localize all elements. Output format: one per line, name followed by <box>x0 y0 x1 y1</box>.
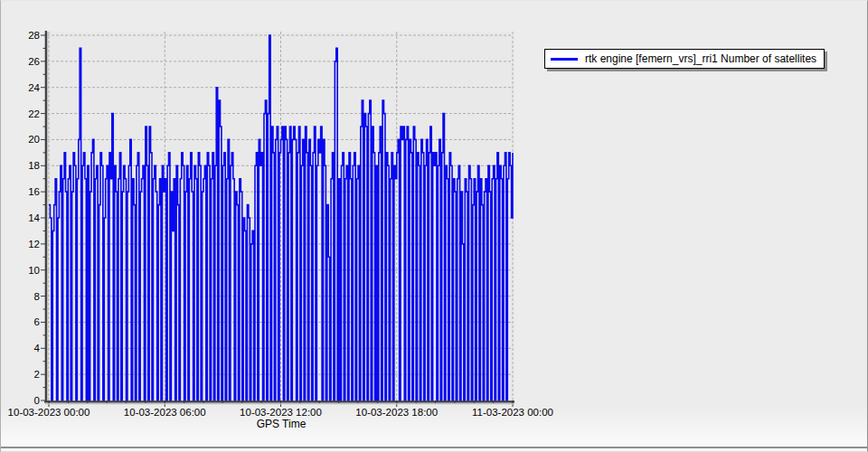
y-tick-label: 8 <box>34 291 40 302</box>
legend-series-label: rtk engine [femern_vrs]_rri1 Number of s… <box>585 52 816 65</box>
x-tick-label: 10-03-2023 12:00 <box>240 407 322 418</box>
y-tick-label: 22 <box>28 108 40 119</box>
x-tick-label: 10-03-2023 06:00 <box>124 407 206 418</box>
y-tick-label: 18 <box>28 160 40 171</box>
x-axis-title: GPS Time <box>164 418 399 430</box>
legend-line-sample-icon <box>551 58 578 61</box>
y-tick-label: 20 <box>28 134 40 145</box>
y-tick-label: 4 <box>34 343 41 353</box>
x-tick-label: 10-03-2023 18:00 <box>355 407 438 418</box>
y-tick-label: 0 <box>34 395 40 406</box>
x-tick-label: 10-03-2023 00:00 <box>8 407 90 418</box>
y-tick-label: 2 <box>34 369 40 380</box>
y-tick-label: 16 <box>28 186 40 197</box>
y-tick-label: 10 <box>28 265 40 276</box>
y-tick-label: 14 <box>28 212 40 223</box>
y-tick-label: 26 <box>28 56 40 67</box>
status-bar <box>1 448 867 452</box>
y-tick-label: 6 <box>34 316 40 327</box>
y-tick-label: 28 <box>28 30 40 41</box>
x-tick-label: 11-03-2023 00:00 <box>472 407 553 418</box>
chart-window: 024681012141618202224262810-03-2023 00:0… <box>0 0 868 452</box>
y-tick-label: 24 <box>28 82 40 93</box>
legend-box[interactable]: rtk engine [femern_vrs]_rri1 Number of s… <box>544 49 825 69</box>
y-tick-label: 12 <box>28 239 40 250</box>
